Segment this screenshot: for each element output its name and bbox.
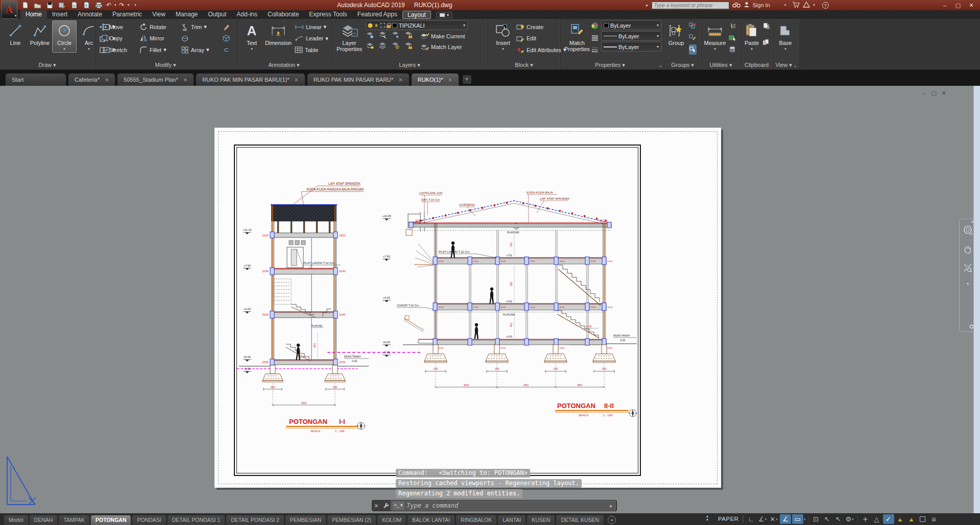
- panel-label-block[interactable]: Block ▾: [488, 61, 560, 69]
- layout-tab-kolom[interactable]: KOLOM: [377, 515, 406, 525]
- new-file-icon[interactable]: [20, 1, 30, 9]
- object-snap-tracking-icon[interactable]: ∠: [780, 514, 791, 524]
- print-icon[interactable]: [94, 1, 103, 9]
- minimize-button[interactable]: –: [938, 2, 951, 8]
- layout-tab-balok-lantai[interactable]: BALOK LANTAI: [408, 515, 455, 525]
- layout-tab-pondasi[interactable]: PONDASI: [132, 515, 165, 525]
- tab-insert[interactable]: Insert: [47, 10, 73, 19]
- command-bar[interactable]: ✕ >_ ▾ ▲: [372, 500, 617, 511]
- layout-tab-model[interactable]: Model: [4, 515, 28, 525]
- trim-button[interactable]: Trim▾: [181, 22, 217, 32]
- layer-isolate-icon[interactable]: [378, 31, 387, 41]
- tab-annotate[interactable]: Annotate: [73, 10, 107, 19]
- measure-button[interactable]: Measure▾: [703, 20, 727, 52]
- tab-layout[interactable]: Layout: [402, 11, 431, 19]
- group-edit-icon[interactable]: [689, 33, 697, 42]
- steering-wheel-icon[interactable]: 2D: [963, 225, 973, 237]
- mirror-button[interactable]: Mirror: [139, 34, 178, 43]
- layout-tab-lantai[interactable]: LANTAI: [498, 515, 525, 525]
- tab-manage[interactable]: Manage: [171, 10, 203, 19]
- new-drawing-tab-button[interactable]: +: [463, 75, 471, 84]
- layer-vpfreeze-icon[interactable]: [391, 42, 400, 52]
- gear-icon[interactable]: ⚙▾: [845, 514, 855, 524]
- match-layer-button[interactable]: Match Layer: [420, 42, 462, 52]
- layout-tab-detail-pondasi-2[interactable]: DETAIL PONDASI 2: [226, 515, 284, 525]
- explode-button[interactable]: [181, 34, 217, 43]
- erase-icon[interactable]: [222, 22, 230, 32]
- layer-freeze-icon[interactable]: [391, 31, 400, 41]
- doc-minimize-button[interactable]: –: [923, 90, 926, 97]
- tab-addins[interactable]: Add-ins: [231, 10, 262, 19]
- layer-state-icon[interactable]: [366, 42, 374, 52]
- selection-filter-icon[interactable]: ↖: [833, 514, 844, 524]
- make-current-button[interactable]: Make Current: [420, 31, 465, 41]
- fillet-button[interactable]: Fillet▾: [139, 45, 178, 55]
- polyline-button[interactable]: Polyline: [28, 20, 52, 46]
- group-button[interactable]: Group: [666, 20, 686, 46]
- paste-button[interactable]: Paste▾: [742, 20, 761, 52]
- new-layout-button[interactable]: +: [608, 516, 616, 524]
- panel-label-groups[interactable]: Groups ▾: [664, 61, 701, 69]
- leader-button[interactable]: Leader▾: [295, 34, 328, 43]
- edit-block-button[interactable]: Edit: [516, 34, 566, 43]
- tab-featured-apps[interactable]: Featured Apps: [352, 10, 402, 19]
- object-snap-icon[interactable]: ▭: [792, 514, 803, 524]
- group-selection-toggle[interactable]: [689, 44, 697, 55]
- drawing-canvas[interactable]: – ▢ ✕ LAP. ATAP SPANDEK KUDA-KUDA RANGKA…: [0, 86, 980, 513]
- search-input[interactable]: [652, 2, 729, 9]
- help-icon[interactable]: ?: [822, 2, 829, 9]
- panel-label-clipboard[interactable]: Clipboard: [740, 61, 773, 69]
- grid-toggle-icon[interactable]: ∟: [746, 514, 756, 524]
- layout-tab-detail-pondasi-1[interactable]: DETAIL PONDASI 1: [168, 515, 225, 525]
- infocenter-toggle-icon[interactable]: ▸: [646, 3, 649, 8]
- explode-3d-icon[interactable]: [222, 34, 230, 43]
- dimension-button[interactable]: Dimension: [264, 20, 293, 46]
- quick-calc-icon[interactable]: [729, 45, 735, 55]
- tab-view[interactable]: View: [147, 10, 171, 19]
- layer-warning-icon[interactable]: ▲!: [906, 514, 917, 524]
- undo-icon[interactable]: ↶: [106, 2, 111, 9]
- panel-label-utilities[interactable]: Utilities ▾: [702, 61, 740, 69]
- stretch-button[interactable]: Stretch: [99, 45, 136, 55]
- annotation-visibility-icon[interactable]: △: [872, 514, 882, 524]
- line-button[interactable]: Line: [3, 20, 28, 46]
- undo-dropdown-icon[interactable]: ▾: [114, 3, 116, 7]
- annotation-autoscale-icon[interactable]: ✓: [883, 514, 894, 524]
- copy-button[interactable]: Copy: [99, 34, 136, 43]
- tab-parametric[interactable]: Parametric: [107, 10, 147, 19]
- navbar-more-icon[interactable]: ▾: [967, 281, 969, 286]
- layer-select[interactable]: ☀ TIPIZKALI ▾: [366, 20, 468, 30]
- edit-attributes-button[interactable]: Edit Attributes▾: [516, 45, 566, 55]
- layout-tab-ringbalok[interactable]: RINGBALOK: [456, 515, 496, 525]
- layout-paper[interactable]: LAP. ATAP SPANDEK KUDA-KUDA RANGKA BAJA …: [214, 128, 721, 488]
- search-binoculars-icon[interactable]: [732, 1, 740, 10]
- save-icon[interactable]: [45, 1, 54, 9]
- tab-express-tools[interactable]: Express Tools: [304, 10, 352, 19]
- publish-icon[interactable]: [82, 1, 91, 9]
- layer-off-icon[interactable]: [366, 31, 374, 41]
- isodraft-icon[interactable]: ✕▾: [769, 514, 779, 524]
- linear-dimension-button[interactable]: Linear▾: [295, 22, 328, 32]
- layout-tab-tampak[interactable]: TAMPAK: [59, 515, 89, 525]
- file-tab-ruko-pasar-baru[interactable]: RUKO PAK MIN PASAR BARU*✕: [307, 73, 410, 86]
- layout-tab-pembesian-2[interactable]: PEMBESIAN (2): [327, 515, 376, 525]
- customization-menu-icon[interactable]: ≡: [929, 514, 939, 524]
- command-input-field[interactable]: >_ ▾ ▲: [391, 500, 616, 511]
- command-close-icon[interactable]: ✕: [372, 503, 380, 509]
- layer-walk-icon[interactable]: [378, 42, 387, 52]
- doc-restore-button[interactable]: ▢: [931, 90, 936, 97]
- layout-tab-detail-kusen[interactable]: DETAIL KUSEN: [556, 515, 604, 525]
- layout-tab-potongan[interactable]: POTONGAN: [91, 515, 131, 525]
- table-button[interactable]: Table: [295, 45, 328, 55]
- sign-in-link[interactable]: Sign In: [753, 2, 770, 8]
- paper-space-label[interactable]: PAPER: [718, 513, 739, 525]
- insert-button[interactable]: Insert▾: [491, 20, 515, 52]
- linetype-select[interactable]: ByLayer▾: [601, 31, 661, 41]
- circle-button[interactable]: Circle▾: [52, 20, 77, 53]
- file-tab-ruko-pasar-baru-1[interactable]: RUKO PAK MIN PASAR BARU(1)*✕: [196, 73, 305, 86]
- layout-tab-kusen[interactable]: KUSEN: [527, 515, 555, 525]
- layer-properties-button[interactable]: Layer Properties: [335, 20, 364, 52]
- 3d-gizmo-icon[interactable]: ↖: [822, 514, 832, 524]
- open-folder-icon[interactable]: [33, 1, 42, 9]
- layer-lock-icon[interactable]: [404, 31, 413, 41]
